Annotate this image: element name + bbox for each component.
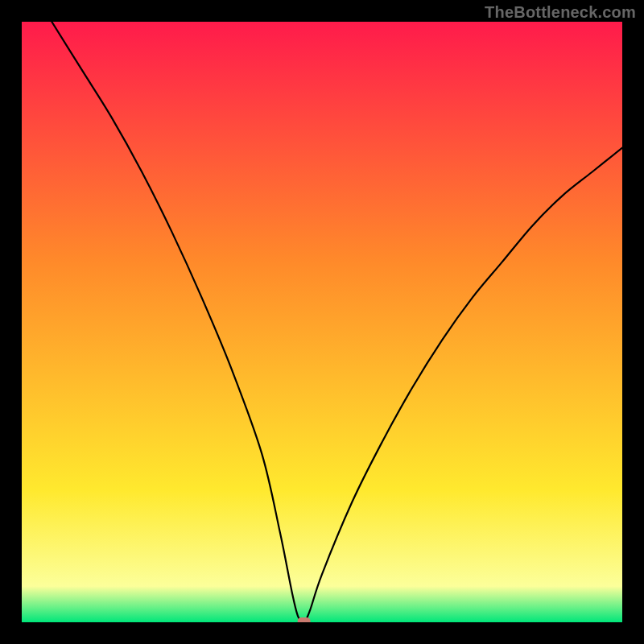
chart-frame: TheBottleneck.com	[0, 0, 644, 644]
plot-area	[22, 22, 622, 622]
watermark-text: TheBottleneck.com	[485, 3, 636, 22]
gradient-background	[22, 22, 622, 622]
optimum-marker	[298, 617, 311, 622]
bottleneck-chart	[22, 22, 622, 622]
